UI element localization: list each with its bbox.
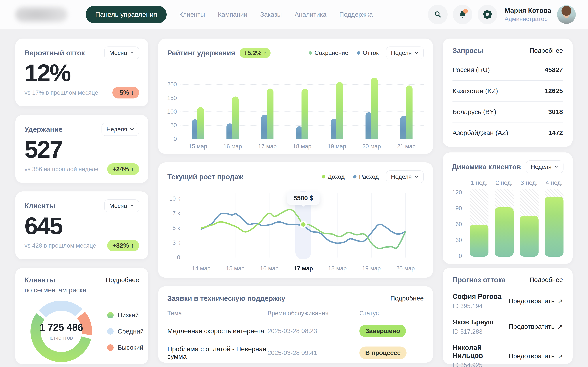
header-actions: Мария Котова Администратор [423,5,576,24]
sales-line-chart: 5500 $ 03 k5 k7 k10 k14 мар15 мар16 мар1… [167,190,424,275]
list-item: София Рогова ID 395.194 Предотвратить ↗ [452,292,563,309]
prevent-button[interactable]: Предотвратить ↗ [509,352,563,360]
legend-item-low: Низкий [107,311,144,319]
retention-legend: Сохранение Отток [309,50,379,56]
prevent-button[interactable]: Предотвратить ↗ [509,297,563,305]
dropdown-value: Месяц [109,202,127,209]
kpi-clients-badge: +32% ↑ [107,240,139,251]
legend-item-retain: Сохранение [309,50,348,56]
chevron-down-icon [554,163,559,170]
list-item: Россия (RU) 45827 [452,59,563,80]
col-topic: Тема [167,310,268,317]
retention-chart-title: Рейтинг удержания [167,49,235,57]
chevron-down-icon [414,173,419,180]
chevron-down-icon [130,50,134,56]
request-count: 45827 [545,66,563,74]
search-icon [433,10,442,20]
nav-item-campaigns[interactable]: Кампании [218,11,247,18]
request-country: Россия (RU) [452,66,490,74]
segments-details-link[interactable]: Подробнее [106,276,139,284]
arrow-up-right-icon: ↗ [557,297,563,305]
legend-label: Низкий [118,311,139,319]
nav-item-clients[interactable]: Клиенты [179,11,205,18]
dashboard-content: Вероятный отток Месяц 12% vs 17% в прошл… [0,29,588,364]
client-id: ID 354.925 [452,362,509,367]
legend-dot [357,51,360,55]
retention-period-dropdown[interactable]: Неделя [386,47,424,59]
segments-title: Клиенты [25,276,55,284]
request-country: Азербайджан (AZ) [452,129,508,137]
table-row[interactable]: Проблема с оплатой - Неверная сумма 2025… [167,345,424,360]
risk-segments-card: Клиенты Подробнее по сегментам риска 1 7… [15,268,148,364]
legend-dot [353,175,356,178]
chevron-down-icon [130,202,134,209]
nav-item-orders[interactable]: Заказы [260,11,282,18]
kpi-churn-value: 12% [25,60,139,86]
sales-period-dropdown[interactable]: Неделя [386,170,424,183]
nav-dashboard-active[interactable]: Панель управления [86,6,167,23]
kpi-retention-period-dropdown[interactable]: Неделя [102,123,139,136]
dynamics-period-dropdown[interactable]: Неделя [526,160,563,173]
risk-donut-chart: 1 725 486 клиентов [25,295,98,367]
list-item: Беларусь (BY) 3018 [452,101,563,122]
legend-label: Высокий [118,344,143,351]
sales-chart-title: Текущий рост продаж [167,173,243,181]
forecast-details-link[interactable]: Подробнее [529,276,563,284]
client-dynamics-card: Динамика клиентов Неделя 0306090120 1 не… [443,152,573,264]
kpi-churn-compare: vs 17% в прошлом месяце [25,89,98,96]
chevron-down-icon [414,50,419,56]
list-item: Николай Нильцов ID 354.925 Предотвратить… [452,344,563,367]
col-time: Время обслуживания [268,310,359,317]
ticket-topic: Медленная скорость интернета [167,327,268,335]
dropdown-value: Неделя [391,173,412,180]
kpi-clients-period-dropdown[interactable]: Месяц [104,200,139,212]
prevent-button[interactable]: Предотвратить ↗ [509,323,563,330]
sales-legend: Доход Расход [322,173,379,180]
request-count: 12625 [545,87,563,95]
search-button[interactable] [428,5,448,24]
chevron-down-icon [130,126,134,133]
table-row[interactable]: Медленная скорость интернета 2025-03-28 … [167,325,424,337]
legend-dot [309,51,312,55]
kpi-clients-value: 645 [25,213,139,239]
notifications-button[interactable] [453,5,472,24]
legend-item-churn: Отток [357,50,379,56]
gear-icon [482,9,493,20]
kpi-card-retention: Удержание Неделя 527 vs 386 на прошлой н… [15,115,148,183]
legend-item-high: Высокий [107,344,144,351]
support-details-link[interactable]: Подробнее [390,295,424,302]
request-count: 1472 [548,129,563,137]
donut-total-label: клиентов [50,334,73,341]
risk-legend: Низкий Средний Высокий [107,311,144,351]
settings-button[interactable] [478,5,497,24]
ticket-time: 2025-03-28 09:41 [268,349,359,357]
dropdown-value: Неделя [391,50,412,56]
avatar[interactable] [557,5,576,24]
nav-item-support[interactable]: Поддержка [339,11,373,18]
list-item: Казахстан (KZ) 12625 [452,80,563,101]
requests-details-link[interactable]: Подробнее [529,47,563,54]
list-item: Азербайджан (AZ) 1472 [452,122,563,143]
kpi-retention-badge: +24% ↑ [107,163,139,175]
kpi-card-clients: Клиенты Месяц 645 vs 428 в прошлом месяц… [15,192,148,259]
kpi-churn-title: Вероятный отток [25,49,85,57]
ticket-time: 2025-03-28 08:23 [268,327,359,334]
user-profile[interactable]: Мария Котова Администратор [505,7,551,22]
support-table-header: Тема Время обслуживания Статус [167,310,424,317]
requests-title: Запросы [452,47,484,55]
legend-item-medium: Средний [107,328,144,335]
legend-dot-high [107,344,114,351]
support-tickets-card: Заявки в техническую поддержку Подробнее… [158,286,433,363]
legend-dot [322,175,325,178]
top-header: Панель управления Клиенты Кампании Заказ… [0,0,588,29]
client-name: София Рогова [452,292,502,300]
retention-chart-card: Рейтинг удержания +5,2% ↑ Сохранение Отт… [158,39,433,154]
nav-item-analytics[interactable]: Аналитика [295,11,327,18]
legend-item-income: Доход [322,173,345,180]
kpi-clients-compare: vs 428 в прошлом месяце [25,242,96,249]
kpi-clients-title: Клиенты [25,202,55,210]
kpi-churn-period-dropdown[interactable]: Месяц [104,47,139,59]
request-country: Казахстан (KZ) [452,87,498,95]
user-role: Администратор [505,16,551,22]
request-country: Беларусь (BY) [452,108,496,116]
